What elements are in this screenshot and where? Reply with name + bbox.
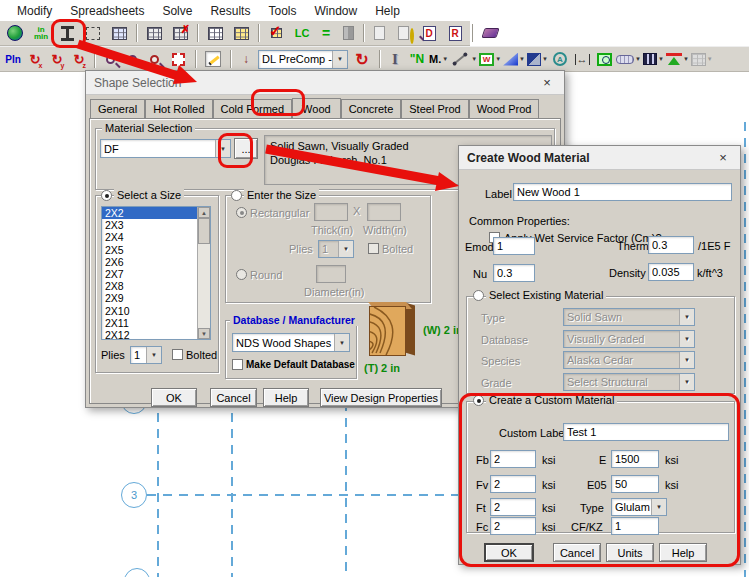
tab-general[interactable]: General xyxy=(90,99,145,118)
chevron-down-icon[interactable]: ▼ xyxy=(442,56,448,62)
chevron-down-icon[interactable]: ▼ xyxy=(332,51,347,68)
open-spreadsheet-icon[interactable] xyxy=(142,22,166,44)
size-item[interactable]: 2X9 xyxy=(102,292,210,304)
delete-spreadsheet-icon[interactable]: ✗ xyxy=(168,22,192,44)
menu-solve[interactable]: Solve xyxy=(153,2,201,20)
chevron-down-icon[interactable]: ▼ xyxy=(495,56,501,62)
e05-input[interactable] xyxy=(611,475,659,493)
design-d-icon[interactable]: D xyxy=(417,22,441,44)
view-design-properties-button[interactable]: View Design Properties xyxy=(320,388,442,407)
tab-concrete[interactable]: Concrete xyxy=(341,99,402,118)
chevron-down-icon[interactable]: ▼ xyxy=(658,56,664,62)
database-select[interactable]: NDS Wood Shapes▼ xyxy=(232,333,350,352)
render-members-icon[interactable]: I xyxy=(385,48,405,70)
select-existing-radio[interactable] xyxy=(473,290,484,301)
units-button[interactable]: Units xyxy=(606,543,654,562)
ruler-group[interactable]: ▼ xyxy=(616,55,641,64)
size-item[interactable]: 2X12 xyxy=(102,329,210,340)
fv-input[interactable] xyxy=(490,475,536,493)
load-combo-select[interactable]: DL PreComp - Pr ▼ xyxy=(258,50,348,69)
size-item[interactable]: 2X3 xyxy=(102,219,210,231)
rotate-y-icon[interactable]: ↻y xyxy=(47,48,67,70)
menu-help[interactable]: Help xyxy=(366,2,409,20)
chevron-down-icon[interactable]: ▼ xyxy=(683,56,689,62)
label-input[interactable] xyxy=(513,183,732,201)
scroll-down-icon[interactable]: ▼ xyxy=(198,328,210,339)
enter-size-radio[interactable] xyxy=(231,190,242,201)
section-box-icon[interactable] xyxy=(81,22,105,44)
size-listbox[interactable]: 2X2 2X3 2X4 2X5 2X6 2X7 2X8 2X9 2X10 2X1… xyxy=(101,206,211,340)
select-size-radio[interactable] xyxy=(101,190,112,201)
menu-window[interactable]: Window xyxy=(305,2,366,20)
exit-door-icon[interactable] xyxy=(338,22,358,44)
equals-icon[interactable]: = xyxy=(316,22,336,44)
custom-material-radio[interactable] xyxy=(473,395,484,406)
listbox-scrollbar[interactable]: ▲ ▼ xyxy=(197,207,210,339)
model-view-icon[interactable] xyxy=(203,22,227,44)
size-item[interactable]: 2X4 xyxy=(102,231,210,243)
section-cut-group[interactable]: ▼ xyxy=(643,53,664,65)
zoom-in-icon[interactable]: + xyxy=(100,48,120,70)
menu-modify[interactable]: Modify xyxy=(8,2,61,20)
edit-drawing-icon[interactable] xyxy=(201,48,225,70)
units-icon[interactable]: inmin xyxy=(29,22,53,44)
menu-spreadsheets[interactable]: Spreadsheets xyxy=(61,2,153,20)
menu-tools[interactable]: Tools xyxy=(259,2,305,20)
shape-selection-titlebar[interactable]: Shape Selection × xyxy=(86,71,564,95)
scroll-up-icon[interactable]: ▲ xyxy=(198,207,210,218)
help-button[interactable]: Help xyxy=(659,543,707,562)
density-input[interactable] xyxy=(648,263,694,281)
cfkz-input[interactable] xyxy=(611,517,659,535)
chevron-down-icon[interactable]: ▼ xyxy=(471,56,477,62)
help-book-icon[interactable] xyxy=(478,22,502,44)
e-input[interactable] xyxy=(611,450,659,468)
data-entry-grid-icon[interactable] xyxy=(229,22,253,44)
size-item[interactable]: 2X5 xyxy=(102,244,210,256)
therm-input[interactable] xyxy=(648,236,694,254)
size-item[interactable]: 2X10 xyxy=(102,305,210,317)
grid-spreadsheet-icon[interactable] xyxy=(107,22,131,44)
size-item[interactable]: 2X2 xyxy=(102,207,210,219)
draw-members-group[interactable]: ▼ xyxy=(450,48,477,70)
globe-icon[interactable] xyxy=(3,22,27,44)
cancel-button[interactable]: Cancel xyxy=(553,543,601,562)
make-default-checkbox[interactable] xyxy=(232,359,243,370)
zoom-window-icon[interactable] xyxy=(144,48,164,70)
switch-loads-icon[interactable]: ↻ xyxy=(350,48,374,70)
chevron-down-icon[interactable]: ▼ xyxy=(651,499,666,515)
ok-button[interactable]: OK xyxy=(151,388,197,407)
custom-label-input[interactable] xyxy=(563,423,729,441)
tab-steel-prod[interactable]: Steel Prod xyxy=(401,99,468,118)
rotate-z-icon[interactable]: ↻z xyxy=(69,48,89,70)
area-load-group[interactable]: ▼ xyxy=(503,53,525,66)
size-item[interactable]: 2X11 xyxy=(102,317,210,329)
tab-hot-rolled[interactable]: Hot Rolled xyxy=(145,99,212,118)
rotate-x-icon[interactable]: ↻x xyxy=(25,48,45,70)
deflection-group[interactable]: ▼ xyxy=(666,53,689,65)
design-r-icon[interactable]: R xyxy=(443,22,467,44)
chevron-down-icon[interactable]: ▼ xyxy=(146,347,161,363)
node-labels-icon[interactable]: "N xyxy=(407,48,427,70)
menu-results[interactable]: Results xyxy=(201,2,259,20)
report-preview-icon[interactable] xyxy=(391,22,415,44)
size-item[interactable]: 2X7 xyxy=(102,268,210,280)
draw-member-ibeam-icon[interactable] xyxy=(55,22,79,44)
distributed-load-group[interactable]: W▼ xyxy=(479,53,501,66)
browse-material-button[interactable]: ... xyxy=(234,138,258,159)
plies-select[interactable]: 1▼ xyxy=(130,346,162,364)
zoom-selection-icon[interactable] xyxy=(594,48,614,70)
material-select[interactable]: DF▼ xyxy=(100,139,231,158)
apply-load-icon[interactable]: ↓ xyxy=(236,48,256,70)
pin-label[interactable]: PIn xyxy=(3,48,23,70)
zoom-out-icon[interactable]: - xyxy=(122,48,142,70)
solve-check-icon[interactable]: ✓ xyxy=(264,22,288,44)
tab-cold-formed[interactable]: Cold Formed xyxy=(213,99,293,118)
emod-input[interactable] xyxy=(493,237,535,255)
dimension-icon[interactable]: ↔ xyxy=(572,48,592,70)
cancel-button[interactable]: Cancel xyxy=(210,388,257,407)
load-combination-icon[interactable]: LC xyxy=(290,22,314,44)
grid-toggle-group[interactable]: ▼ xyxy=(691,53,713,66)
scroll-thumb[interactable] xyxy=(198,218,210,244)
fb-input[interactable] xyxy=(490,450,536,468)
chevron-down-icon[interactable]: ▼ xyxy=(215,140,230,157)
